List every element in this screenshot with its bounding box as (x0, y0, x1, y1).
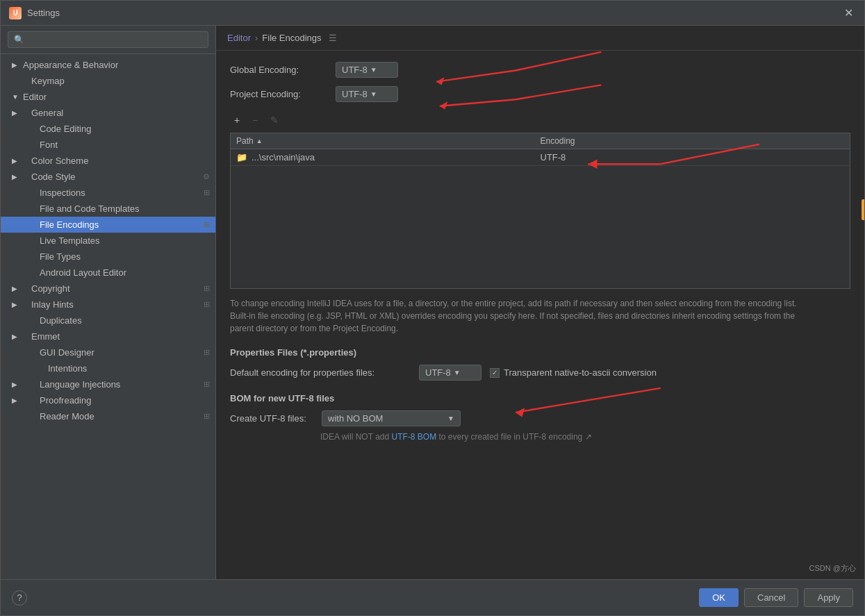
arrow-icon: ▶ (12, 397, 20, 404)
sidebar-item-label: Android Layout Editor (40, 267, 126, 278)
transparent-conversion-label: Transparent native-to-ascii conversion (504, 367, 657, 378)
encoding-toolbar: + − ✎ (230, 110, 850, 130)
sidebar-item-file-encodings[interactable]: File Encodings ⊞ (1, 217, 215, 233)
sidebar-item-code-style[interactable]: ▶ Code Style ⚙ (1, 169, 215, 185)
arrow-icon: ▶ (12, 381, 20, 388)
help-button[interactable]: ? (12, 590, 27, 606)
note-suffix: to every created file in UTF-8 encoding … (436, 432, 591, 442)
project-encoding-row: Project Encoding: UTF-8 ▼ (230, 86, 850, 102)
bom-note: IDEA will NOT add UTF-8 BOM to every cre… (230, 432, 850, 442)
sidebar-item-language-injections[interactable]: ▶ Language Injections ⊞ (1, 376, 215, 392)
encoding-value: UTF-8 (541, 152, 566, 163)
arrow-icon (12, 141, 20, 149)
folder-icon: 📁 (236, 152, 247, 163)
sidebar-item-label: Proofreading (40, 395, 91, 406)
sidebar-item-inspections[interactable]: Inspections ⊞ (1, 185, 215, 201)
apply-button[interactable]: Apply (804, 588, 853, 607)
arrow-icon: ▶ (12, 285, 20, 292)
global-encoding-value: UTF-8 (342, 65, 368, 75)
arrow-icon: ▶ (12, 333, 20, 340)
bom-row: Create UTF-8 files: with NO BOM ▼ (230, 410, 850, 426)
project-encoding-label: Project Encoding: (230, 89, 327, 99)
transparent-conversion-checkbox[interactable]: ✓ (490, 368, 500, 378)
sidebar-item-appearance[interactable]: ▶ Appearance & Behavior (1, 57, 215, 73)
arrow-icon (12, 125, 20, 133)
arrow-icon (12, 253, 20, 260)
properties-encoding-select[interactable]: UTF-8 ▼ (419, 365, 481, 381)
global-encoding-label: Global Encoding: (230, 65, 327, 75)
properties-encoding-label: Default encoding for properties files: (230, 367, 411, 378)
path-column-header: Path ▲ (236, 136, 541, 146)
arrow-icon: ▶ (12, 173, 20, 181)
bom-section-title: BOM for new UTF-8 files (230, 393, 850, 403)
cancel-button[interactable]: Cancel (744, 588, 798, 607)
arrow-icon (12, 349, 20, 356)
sidebar-item-duplicates[interactable]: Duplicates (1, 313, 215, 328)
dropdown-arrow-icon: ▼ (370, 66, 377, 74)
sidebar-item-editor[interactable]: ▼ Editor (1, 89, 215, 105)
search-input[interactable] (8, 31, 208, 48)
sidebar-item-font[interactable]: Font (1, 137, 215, 153)
sidebar-item-android-layout[interactable]: Android Layout Editor (1, 265, 215, 281)
sidebar-item-general[interactable]: ▶ General (1, 105, 215, 121)
sidebar-item-label: Font (40, 140, 58, 150)
arrow-icon (12, 237, 20, 244)
sidebar-item-label: Inlay Hints (31, 299, 74, 310)
sidebar-item-file-code-templates[interactable]: File and Code Templates (1, 201, 215, 217)
arrow-icon: ▶ (12, 157, 20, 165)
sidebar-item-inlay-hints[interactable]: ▶ Inlay Hints ⊞ (1, 297, 215, 313)
remove-button[interactable]: − (248, 113, 262, 127)
edit-button[interactable]: ✎ (266, 113, 283, 127)
sidebar-item-label: Appearance & Behavior (23, 60, 118, 70)
sidebar-item-copyright[interactable]: ▶ Copyright ⊞ (1, 281, 215, 297)
transparent-conversion-row: ✓ Transparent native-to-ascii conversion (490, 367, 657, 378)
breadcrumb-settings-icon: ☰ (329, 33, 337, 43)
path-cell: 📁 ...\src\main\java (236, 152, 541, 163)
project-encoding-select[interactable]: UTF-8 ▼ (336, 86, 398, 102)
sidebar-item-proofreading[interactable]: ▶ Proofreading (1, 392, 215, 408)
settings-icon: ⊞ (204, 348, 210, 357)
create-utf8-label: Create UTF-8 files: (230, 413, 313, 424)
arrow-icon: ▶ (12, 301, 20, 308)
sidebar-item-label: Language Injections (40, 379, 120, 390)
add-button[interactable]: + (230, 113, 244, 127)
sidebar-item-label: File Types (40, 251, 81, 262)
arrow-icon (12, 205, 20, 213)
sidebar-item-file-types[interactable]: File Types (1, 249, 215, 265)
sidebar-item-live-templates[interactable]: Live Templates (1, 233, 215, 249)
content-area: ▶ Appearance & Behavior Keymap ▼ Editor … (1, 26, 864, 579)
watermark: CSDN @方心 (809, 563, 856, 574)
dropdown-arrow-icon: ▼ (447, 415, 454, 422)
sidebar-item-code-editing[interactable]: Code Editing (1, 121, 215, 137)
footer-left: ? (12, 590, 27, 606)
settings-icon: ⊞ (204, 220, 210, 229)
note-link[interactable]: UTF-8 BOM (391, 432, 436, 442)
close-button[interactable]: ✕ (841, 6, 856, 19)
sidebar-item-label: Keymap (31, 76, 65, 86)
sidebar-item-label: File and Code Templates (40, 203, 140, 214)
nav-tree: ▶ Appearance & Behavior Keymap ▼ Editor … (1, 54, 215, 579)
sidebar-item-label: Reader Mode (40, 411, 94, 422)
global-encoding-select[interactable]: UTF-8 ▼ (336, 62, 398, 78)
settings-icon: ⚙ (203, 172, 210, 181)
sidebar-item-label: Live Templates (40, 235, 99, 246)
bom-select[interactable]: with NO BOM ▼ (322, 410, 461, 426)
arrow-icon (12, 365, 20, 372)
sidebar: ▶ Appearance & Behavior Keymap ▼ Editor … (1, 26, 216, 579)
sidebar-item-reader-mode[interactable]: Reader Mode ⊞ (1, 408, 215, 424)
ok-button[interactable]: OK (699, 588, 739, 607)
sidebar-item-label: Intentions (48, 363, 87, 374)
sidebar-item-label: Copyright (31, 283, 70, 294)
sidebar-item-gui-designer[interactable]: GUI Designer ⊞ (1, 344, 215, 360)
dropdown-arrow-icon: ▼ (454, 369, 461, 376)
sidebar-item-label: Duplicates (40, 315, 82, 326)
sidebar-item-intentions[interactable]: Intentions (1, 360, 215, 376)
properties-encoding-value: UTF-8 (425, 367, 451, 378)
bom-value: with NO BOM (328, 413, 383, 424)
sidebar-item-color-scheme[interactable]: ▶ Color Scheme (1, 153, 215, 169)
global-encoding-row: Global Encoding: UTF-8 ▼ (230, 62, 850, 78)
table-row[interactable]: 📁 ...\src\main\java UTF-8 (231, 149, 850, 166)
sidebar-item-emmet[interactable]: ▶ Emmet (1, 328, 215, 344)
sidebar-item-keymap[interactable]: Keymap (1, 73, 215, 89)
arrow-icon: ▶ (12, 61, 20, 69)
